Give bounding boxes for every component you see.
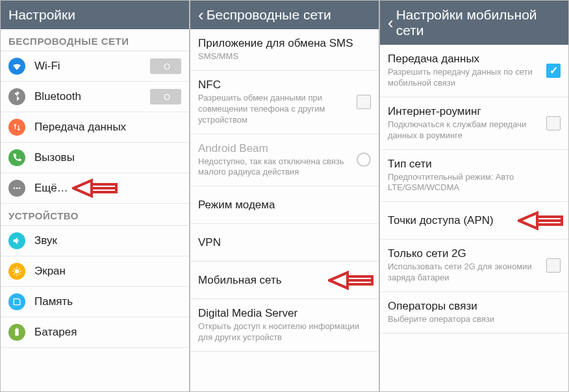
data-sub: Разрешить передачу данных по сети мобиль…	[388, 67, 546, 89]
header-wireless[interactable]: ‹ Беспроводные сети	[190, 1, 379, 29]
svg-point-4	[15, 269, 19, 274]
nfc-sub: Разрешить обмен данными при совмещении т…	[198, 93, 357, 126]
more-label: Ещё…	[34, 182, 181, 195]
header-title: Настройки мобильной сети	[396, 7, 561, 38]
section-wireless: БЕСПРОВОДНЫЕ СЕТИ	[1, 29, 189, 51]
apn-label: Точки доступа (APN)	[388, 214, 561, 227]
svg-point-3	[19, 188, 21, 190]
dms-title: Digital Media Server	[198, 307, 371, 320]
data-title: Передача данных	[388, 53, 546, 66]
roaming-sub: Подключаться к службам передачи данных в…	[388, 119, 546, 141]
bluetooth-toggle[interactable]: O	[150, 89, 181, 104]
row-dms[interactable]: Digital Media Server Открыть доступ к но…	[190, 299, 379, 352]
row-data-transfer[interactable]: Передача данных Разрешить передачу данны…	[380, 45, 568, 97]
memory-label: Память	[34, 295, 181, 308]
wifi-icon	[8, 58, 25, 75]
screen-label: Экран	[34, 265, 181, 278]
row-beam: Android Beam Недоступно, так как отключе…	[190, 134, 379, 187]
only2g-title: Только сети 2G	[388, 247, 546, 260]
only2g-sub: Использовать сети 2G для экономии заряда…	[388, 262, 546, 284]
svg-point-1	[14, 188, 16, 190]
svg-rect-6	[16, 328, 18, 328]
bluetooth-label: Bluetooth	[34, 90, 150, 103]
svg-rect-5	[15, 329, 18, 336]
row-mobile-network[interactable]: Мобильная сеть	[190, 262, 379, 299]
row-more[interactable]: Ещё…	[1, 173, 189, 204]
row-network-type[interactable]: Тип сети Предпочтительный режим: Авто LT…	[380, 150, 568, 202]
row-apn[interactable]: Точки доступа (APN)	[380, 202, 568, 239]
row-operators[interactable]: Операторы связи Выберите оператора связи	[380, 292, 568, 334]
row-wifi[interactable]: Wi-Fi O	[1, 51, 189, 82]
header-mobile-net[interactable]: ‹ Настройки мобильной сети	[380, 1, 568, 45]
header-settings: Настройки	[1, 1, 189, 29]
beam-radio	[357, 153, 371, 167]
nfc-title: NFC	[198, 79, 357, 92]
mobile-label: Мобильная сеть	[198, 274, 371, 287]
battery-icon	[8, 324, 25, 341]
roaming-title: Интернет-роуминг	[388, 105, 546, 118]
beam-title: Android Beam	[198, 142, 357, 155]
row-screen[interactable]: Экран	[1, 256, 189, 287]
sms-sub: SMS/MMS	[198, 51, 371, 62]
row-nfc[interactable]: NFC Разрешить обмен данными при совмещен…	[190, 71, 379, 134]
svg-point-2	[16, 188, 18, 190]
wireless-panel: ‹ Беспроводные сети Приложение для обмен…	[190, 0, 379, 392]
data-label: Передача данных	[34, 121, 181, 134]
row-sms[interactable]: Приложение для обмена SMS SMS/MMS	[190, 29, 379, 71]
vpn-label: VPN	[198, 236, 371, 249]
battery-label: Батарея	[34, 326, 181, 339]
row-memory[interactable]: Память	[1, 287, 189, 317]
calls-label: Вызовы	[34, 151, 181, 164]
only2g-checkbox[interactable]	[546, 258, 561, 273]
nettype-title: Тип сети	[388, 158, 561, 171]
data-checkbox[interactable]: ✓	[546, 64, 561, 78]
section-device: УСТРОЙСТВО	[1, 204, 189, 226]
back-icon[interactable]: ‹	[198, 8, 204, 21]
memory-icon	[8, 293, 25, 310]
row-2g-only[interactable]: Только сети 2G Использовать сети 2G для …	[380, 239, 568, 292]
settings-panel: Настройки БЕСПРОВОДНЫЕ СЕТИ Wi-Fi O Blue…	[0, 0, 190, 392]
phone-icon	[8, 149, 25, 166]
row-battery[interactable]: Батарея	[1, 317, 189, 348]
header-title: Беспроводные сети	[207, 7, 331, 23]
row-sound[interactable]: Звук	[1, 226, 189, 256]
header-title: Настройки	[8, 7, 75, 23]
back-icon[interactable]: ‹	[388, 16, 394, 29]
row-roaming[interactable]: Интернет-роуминг Подключаться к службам …	[380, 97, 568, 150]
data-icon	[8, 119, 25, 136]
row-bluetooth[interactable]: Bluetooth O	[1, 82, 189, 112]
wifi-toggle[interactable]: O	[150, 58, 181, 74]
sms-title: Приложение для обмена SMS	[198, 37, 371, 50]
row-calls[interactable]: Вызовы	[1, 143, 189, 173]
operators-sub: Выберите оператора связи	[388, 314, 561, 325]
sound-icon	[8, 232, 25, 249]
more-icon	[8, 180, 25, 197]
wifi-label: Wi-Fi	[34, 60, 150, 73]
screen-icon	[8, 263, 25, 280]
modem-label: Режим модема	[198, 199, 371, 212]
dms-sub: Открыть доступ к носителю информации для…	[198, 321, 371, 343]
bluetooth-icon	[8, 88, 25, 105]
nfc-checkbox[interactable]	[357, 95, 371, 109]
beam-sub: Недоступно, так как отключена связь мало…	[198, 156, 357, 178]
roaming-checkbox[interactable]	[546, 116, 561, 130]
sound-label: Звук	[34, 234, 181, 247]
mobile-network-panel: ‹ Настройки мобильной сети Передача данн…	[379, 0, 569, 392]
operators-title: Операторы связи	[388, 300, 561, 313]
row-vpn[interactable]: VPN	[190, 224, 379, 262]
row-data[interactable]: Передача данных	[1, 112, 189, 143]
nettype-sub: Предпочтительный режим: Авто LTE/GSM/WCD…	[388, 172, 561, 194]
row-modem[interactable]: Режим модема	[190, 186, 379, 224]
